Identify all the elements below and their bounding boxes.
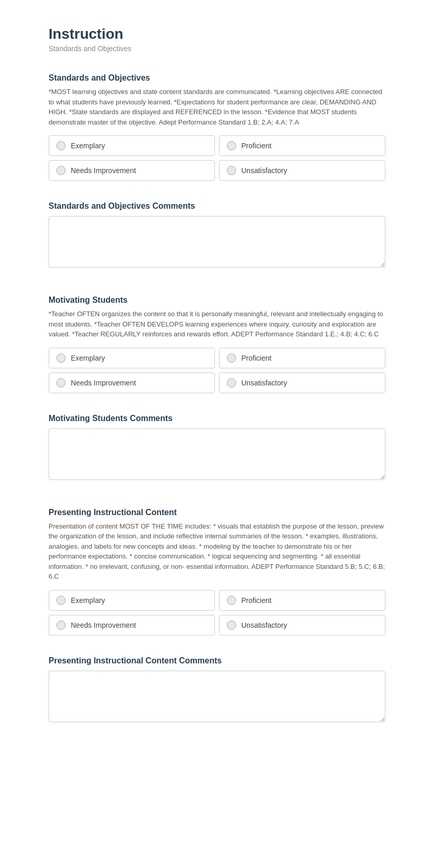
rating-label-motivating-students-exemplary: Exemplary [71,354,105,362]
rating-option-standards-objectives-exemplary[interactable]: Exemplary [49,135,215,156]
rating-grid-presenting-instructional-content: ExemplaryProficientNeeds ImprovementUnsa… [49,590,385,636]
rating-grid-standards-objectives: ExemplaryProficientNeeds ImprovementUnsa… [49,135,385,181]
rating-label-standards-objectives-needs-improvement: Needs Improvement [71,166,136,175]
radio-circle-motivating-students-exemplary [56,353,66,363]
rating-label-motivating-students-unsatisfactory: Unsatisfactory [241,379,287,387]
comments-textarea-standards-objectives[interactable] [49,216,385,268]
rating-label-presenting-instructional-content-proficient: Proficient [241,596,271,605]
sections-container: Standards and Objectives*MOST learning o… [49,73,385,724]
rating-label-standards-objectives-exemplary: Exemplary [71,142,105,150]
comments-textarea-presenting-instructional-content[interactable] [49,671,385,722]
rating-option-standards-objectives-proficient[interactable]: Proficient [219,135,385,156]
radio-circle-presenting-instructional-content-unsatisfactory [227,621,236,630]
radio-circle-standards-objectives-unsatisfactory [227,166,236,175]
radio-circle-standards-objectives-exemplary [56,141,66,150]
rating-label-presenting-instructional-content-exemplary: Exemplary [71,596,105,605]
radio-circle-presenting-instructional-content-exemplary [56,596,66,605]
section-description-presenting-instructional-content: Presentation of content MOST OF THE TIME… [49,521,385,582]
rating-label-standards-objectives-proficient: Proficient [241,142,271,150]
rating-label-presenting-instructional-content-unsatisfactory: Unsatisfactory [241,621,287,629]
rating-option-motivating-students-proficient[interactable]: Proficient [219,348,385,368]
section-title-presenting-instructional-content: Presenting Instructional Content [49,508,385,517]
comments-title-presenting-instructional-content: Presenting Instructional Content Comment… [49,656,385,665]
rating-label-presenting-instructional-content-needs-improvement: Needs Improvement [71,621,136,629]
section-title-motivating-students: Motivating Students [49,296,385,305]
comments-section-motivating-students: Motivating Students Comments [49,414,385,482]
rating-option-presenting-instructional-content-exemplary[interactable]: Exemplary [49,590,215,611]
page-title: Instruction [49,26,385,42]
rating-option-motivating-students-needs-improvement[interactable]: Needs Improvement [49,373,215,393]
comments-section-presenting-instructional-content: Presenting Instructional Content Comment… [49,656,385,724]
radio-circle-standards-objectives-needs-improvement [56,166,66,175]
rating-option-presenting-instructional-content-needs-improvement[interactable]: Needs Improvement [49,615,215,636]
comments-title-motivating-students: Motivating Students Comments [49,414,385,423]
section-description-standards-objectives: *MOST learning objectives and state cont… [49,87,385,127]
page-subtitle: Standards and Objectives [49,44,385,53]
rating-label-standards-objectives-unsatisfactory: Unsatisfactory [241,166,287,175]
rating-option-standards-objectives-needs-improvement[interactable]: Needs Improvement [49,160,215,181]
radio-circle-motivating-students-unsatisfactory [227,378,236,388]
section-description-motivating-students: *Teacher OFTEN organizes the content so … [49,309,385,339]
section-title-standards-objectives: Standards and Objectives [49,73,385,83]
rating-option-presenting-instructional-content-proficient[interactable]: Proficient [219,590,385,611]
rating-option-presenting-instructional-content-unsatisfactory[interactable]: Unsatisfactory [219,615,385,636]
rating-label-motivating-students-needs-improvement: Needs Improvement [71,379,136,387]
rating-option-standards-objectives-unsatisfactory[interactable]: Unsatisfactory [219,160,385,181]
radio-circle-presenting-instructional-content-needs-improvement [56,621,66,630]
rating-option-motivating-students-exemplary[interactable]: Exemplary [49,348,215,368]
radio-circle-presenting-instructional-content-proficient [227,596,236,605]
radio-circle-motivating-students-needs-improvement [56,378,66,388]
section-presenting-instructional-content: Presenting Instructional ContentPresenta… [49,508,385,636]
page-container: Instruction Standards and Objectives Sta… [0,0,434,781]
section-standards-objectives: Standards and Objectives*MOST learning o… [49,73,385,181]
rating-label-motivating-students-proficient: Proficient [241,354,271,362]
comments-section-standards-objectives: Standards and Objectives Comments [49,202,385,270]
comments-title-standards-objectives: Standards and Objectives Comments [49,202,385,211]
rating-option-motivating-students-unsatisfactory[interactable]: Unsatisfactory [219,373,385,393]
radio-circle-standards-objectives-proficient [227,141,236,150]
radio-circle-motivating-students-proficient [227,353,236,363]
section-motivating-students: Motivating Students*Teacher OFTEN organi… [49,296,385,393]
comments-textarea-motivating-students[interactable] [49,428,385,480]
rating-grid-motivating-students: ExemplaryProficientNeeds ImprovementUnsa… [49,348,385,393]
